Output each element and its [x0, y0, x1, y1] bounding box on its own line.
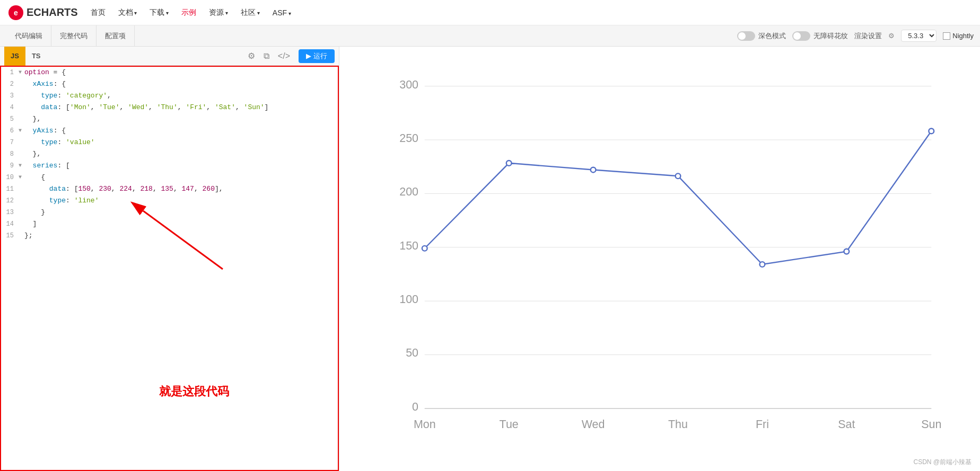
code-line-1: 1 ▼ option = { — [1, 67, 338, 78]
svg-text:0: 0 — [412, 401, 418, 413]
point-sat — [844, 249, 849, 254]
nav-asf[interactable]: ASF — [273, 8, 291, 17]
point-tue — [506, 161, 512, 166]
code-line-3: 3 type: 'category', — [1, 90, 338, 102]
svg-text:150: 150 — [399, 239, 418, 252]
svg-text:Mon: Mon — [414, 418, 436, 431]
toolbar: 代码编辑 完整代码 配置项 深色模式 无障碍花纹 渲染设置 ⚙ 5.3.3 5.… — [0, 25, 980, 47]
code-line-7: 7 type: 'value' — [1, 137, 338, 148]
point-sun — [929, 129, 934, 134]
logo-icon: e — [8, 5, 23, 20]
code-line-2: 2 xAxis: { — [1, 78, 338, 90]
main-area: JS TS ⚙ ⧉ </> ▶ 运行 1 ▼ option = { 2 — [0, 47, 980, 471]
svg-text:Fri: Fri — [756, 418, 769, 431]
code-line-15: 15 }; — [1, 230, 338, 242]
accessibility-toggle[interactable] — [792, 31, 810, 41]
editor-icons: ⚙ ⧉ </> ▶ 运行 — [248, 49, 335, 63]
watermark: CSDN @前端小辣基 — [913, 458, 972, 467]
svg-text:200: 200 — [399, 185, 418, 198]
chart-container: 0 50 100 150 200 250 300 Mon Tue Wed Thu… — [371, 57, 964, 450]
nightly-checkbox[interactable] — [943, 32, 950, 40]
nav-docs[interactable]: 文档 — [118, 8, 137, 17]
svg-text:Thu: Thu — [668, 418, 688, 431]
code-line-4: 4 data: ['Mon', 'Tue', 'Wed', 'Thu', 'Fr… — [1, 102, 338, 113]
tab-config[interactable]: 配置项 — [97, 25, 135, 47]
run-icon: ▶ — [306, 52, 311, 60]
nav-home[interactable]: 首页 — [91, 8, 106, 17]
toolbar-right: 深色模式 无障碍花纹 渲染设置 ⚙ 5.3.3 5.3.2 5.3.1 Nigh… — [737, 30, 974, 42]
point-wed — [591, 167, 596, 173]
dark-mode-label: 深色模式 — [758, 31, 786, 41]
svg-text:50: 50 — [406, 347, 418, 360]
svg-text:Sat: Sat — [838, 418, 855, 431]
tab-full-code[interactable]: 完整代码 — [51, 25, 97, 47]
accessibility-label: 无障碍花纹 — [813, 31, 848, 41]
code-line-11: 11 data: [150, 230, 224, 218, 135, 147, … — [1, 183, 338, 195]
code-line-10: 10 ▼ { — [1, 172, 338, 183]
point-mon — [422, 246, 427, 251]
nav-community[interactable]: 社区 — [241, 8, 260, 17]
render-setting-icon: ⚙ — [888, 32, 895, 40]
point-fri — [760, 262, 765, 267]
top-nav: e ECHARTS 首页 文档 下载 示例 资源 社区 ASF — [0, 0, 980, 25]
svg-text:100: 100 — [399, 293, 418, 306]
tab-ts[interactable]: TS — [25, 47, 47, 66]
code-line-5: 5 }, — [1, 113, 338, 125]
svg-text:Tue: Tue — [500, 418, 519, 431]
logo-text: ECHARTS — [27, 6, 78, 19]
svg-text:250: 250 — [399, 132, 418, 145]
nightly-label: Nightly — [952, 32, 974, 40]
dark-mode-toggle[interactable] — [737, 31, 755, 41]
nav-download[interactable]: 下载 — [150, 8, 169, 17]
code-line-14: 14 ] — [1, 218, 338, 230]
logo[interactable]: e ECHARTS — [8, 5, 78, 20]
editor-panel: JS TS ⚙ ⧉ </> ▶ 运行 1 ▼ option = { 2 — [0, 47, 339, 471]
tab-js[interactable]: JS — [4, 47, 25, 66]
chart-panel: 0 50 100 150 200 250 300 Mon Tue Wed Thu… — [339, 47, 980, 471]
tab-code-edit[interactable]: 代码编辑 — [6, 25, 51, 47]
code-line-13: 13 } — [1, 207, 338, 218]
editor-tabs: JS TS ⚙ ⧉ </> ▶ 运行 — [0, 47, 339, 66]
svg-text:Wed: Wed — [582, 418, 605, 431]
code-line-8: 8 }, — [1, 148, 338, 160]
nightly-check-group: Nightly — [943, 32, 974, 40]
nav-examples[interactable]: 示例 — [181, 8, 196, 17]
code-line-12: 12 type: 'line' — [1, 195, 338, 207]
run-label: 运行 — [313, 51, 327, 61]
nav-resources[interactable]: 资源 — [209, 8, 228, 17]
code-line-6: 6 ▼ yAxis: { — [1, 125, 338, 137]
accessibility-toggle-group: 无障碍花纹 — [792, 31, 848, 41]
code-editor[interactable]: 1 ▼ option = { 2 xAxis: { 3 type: 'categ… — [0, 66, 339, 471]
version-select[interactable]: 5.3.3 5.3.2 5.3.1 — [901, 30, 937, 42]
point-thu — [676, 173, 681, 179]
chart-line — [425, 131, 932, 264]
code-line-9: 9 ▼ series: [ — [1, 160, 338, 172]
code-icon[interactable]: </> — [278, 51, 290, 61]
dark-mode-toggle-group: 深色模式 — [737, 31, 786, 41]
svg-text:Sun: Sun — [921, 418, 941, 431]
chart-svg: 0 50 100 150 200 250 300 Mon Tue Wed Thu… — [371, 57, 964, 450]
copy-icon[interactable]: ⧉ — [264, 51, 269, 61]
svg-text:300: 300 — [399, 78, 418, 91]
render-setting[interactable]: 渲染设置 — [854, 31, 882, 41]
run-button[interactable]: ▶ 运行 — [299, 49, 335, 63]
settings-icon[interactable]: ⚙ — [248, 51, 255, 61]
